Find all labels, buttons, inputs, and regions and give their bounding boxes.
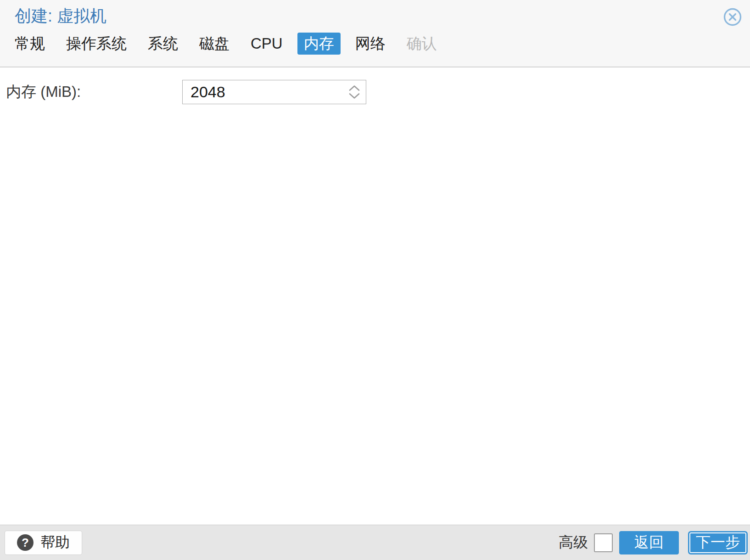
- help-button[interactable]: ? 帮助: [5, 531, 82, 555]
- question-circle-icon: ?: [17, 534, 34, 551]
- help-button-label: 帮助: [40, 532, 70, 553]
- memory-spinner: [182, 80, 366, 104]
- tab-general[interactable]: 常规: [8, 33, 51, 55]
- title-row: 创建: 虚拟机: [0, 0, 750, 27]
- tab-os[interactable]: 操作系统: [60, 33, 133, 55]
- page-title: 创建: 虚拟机: [15, 6, 106, 26]
- create-vm-dialog: { "window": { "title": "创建: 虚拟机" }, "tab…: [0, 0, 750, 560]
- tab-network[interactable]: 网络: [349, 33, 392, 55]
- chevron-up-icon[interactable]: [348, 85, 360, 91]
- memory-field-label: 内存 (MiB):: [6, 82, 182, 102]
- tab-bar: 常规 操作系统 系统 磁盘 CPU 内存 网络 确认: [0, 33, 750, 55]
- close-button[interactable]: [722, 7, 743, 27]
- advanced-label: 高级: [559, 532, 588, 553]
- dialog-footer: ? 帮助 高级 返回 下一步: [0, 525, 750, 560]
- tab-cpu[interactable]: CPU: [244, 33, 289, 55]
- dialog-header: 创建: 虚拟机 常规 操作系统 系统 磁盘 CPU 内存 网络 确认: [0, 0, 750, 67]
- tab-disks[interactable]: 磁盘: [193, 33, 236, 55]
- back-button[interactable]: 返回: [619, 531, 679, 554]
- tab-system[interactable]: 系统: [141, 33, 185, 55]
- tab-memory[interactable]: 内存: [297, 33, 341, 55]
- chevron-down-icon[interactable]: [348, 93, 360, 99]
- dialog-body: 内存 (MiB):: [0, 68, 750, 525]
- next-button[interactable]: 下一步: [688, 531, 748, 554]
- spinner-buttons: [348, 80, 360, 104]
- advanced-checkbox[interactable]: [594, 533, 613, 552]
- memory-input[interactable]: [183, 80, 334, 104]
- memory-field-row: 内存 (MiB):: [0, 68, 750, 104]
- close-icon: [723, 7, 742, 27]
- tab-confirm: 确认: [400, 33, 443, 55]
